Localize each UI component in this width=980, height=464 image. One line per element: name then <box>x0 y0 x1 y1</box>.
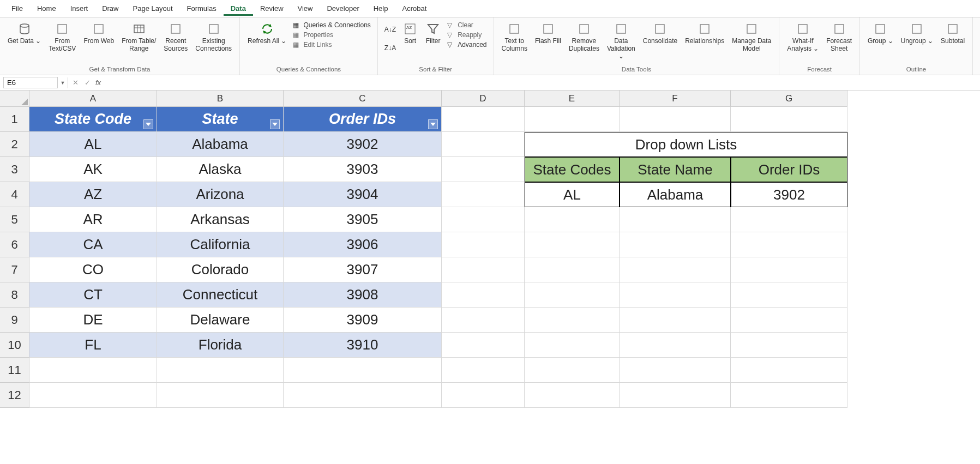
cell-D3[interactable] <box>442 157 525 182</box>
menu-file[interactable]: File <box>4 1 30 16</box>
ol-btn-2[interactable]: Subtotal <box>937 20 968 47</box>
menu-draw[interactable]: Draw <box>95 1 125 16</box>
cancel-formula-button[interactable]: ✕ <box>69 79 81 87</box>
row-header-8[interactable]: 8 <box>0 282 29 308</box>
dt-btn-6[interactable]: Manage DataModel <box>729 20 774 55</box>
cell-A1[interactable]: State Code <box>29 107 157 132</box>
cell-C3[interactable]: 3903 <box>284 157 442 182</box>
cell-E4[interactable]: AL <box>525 182 620 207</box>
row-header-2[interactable]: 2 <box>0 132 29 157</box>
cell-D11[interactable] <box>442 358 525 383</box>
menu-acrobat[interactable]: Acrobat <box>395 1 434 16</box>
cell-A11[interactable] <box>29 358 157 383</box>
cell-F3[interactable]: State Name <box>620 157 731 182</box>
cell-E3[interactable]: State Codes <box>525 157 620 182</box>
cell-F7[interactable] <box>620 257 731 282</box>
row-header-12[interactable]: 12 <box>0 383 29 408</box>
cell-D7[interactable] <box>442 257 525 282</box>
cell-C10[interactable]: 3910 <box>284 333 442 358</box>
row-header-1[interactable]: 1 <box>0 107 29 132</box>
cell-B2[interactable]: Alabama <box>157 132 284 157</box>
enter-formula-button[interactable]: ✓ <box>81 79 93 87</box>
ol-btn-0[interactable]: Group ⌄ <box>864 20 897 47</box>
cell-C1[interactable]: Order IDs <box>284 107 442 132</box>
cell-G11[interactable] <box>731 358 847 383</box>
cell-A3[interactable]: AK <box>29 157 157 182</box>
cell-G3[interactable]: Order IDs <box>731 157 847 182</box>
cell-B10[interactable]: Florida <box>157 333 284 358</box>
cell-A10[interactable]: FL <box>29 333 157 358</box>
filter-dropdown-A[interactable] <box>143 119 153 129</box>
cell-D6[interactable] <box>442 232 525 257</box>
cell-D4[interactable] <box>442 182 525 207</box>
cell-G1[interactable] <box>731 107 847 132</box>
cell-E12[interactable] <box>525 383 620 408</box>
filter-dropdown-C[interactable] <box>428 119 438 129</box>
gt-btn-2[interactable]: From Web <box>80 20 117 47</box>
menu-home[interactable]: Home <box>30 1 63 16</box>
name-box[interactable] <box>3 77 58 88</box>
cell-G9[interactable] <box>731 308 847 333</box>
cell-A2[interactable]: AL <box>29 132 157 157</box>
cell-B4[interactable]: Arizona <box>157 182 284 207</box>
dt-btn-1[interactable]: Flash Fill <box>532 20 564 47</box>
cell-F9[interactable] <box>620 308 731 333</box>
cell-F10[interactable] <box>620 333 731 358</box>
dt-btn-5[interactable]: Relationships <box>682 20 728 47</box>
menu-help[interactable]: Help <box>366 1 395 16</box>
cell-G10[interactable] <box>731 333 847 358</box>
cell-A4[interactable]: AZ <box>29 182 157 207</box>
cell-D9[interactable] <box>442 308 525 333</box>
cell-E6[interactable] <box>525 232 620 257</box>
cell-C8[interactable]: 3908 <box>284 282 442 308</box>
cell-D5[interactable] <box>442 207 525 232</box>
cell-G7[interactable] <box>731 257 847 282</box>
menu-view[interactable]: View <box>291 1 320 16</box>
spreadsheet-grid[interactable]: ABCDEFG1State CodeStateOrder IDs2ALAlaba… <box>0 91 980 408</box>
row-header-11[interactable]: 11 <box>0 358 29 383</box>
select-all-corner[interactable] <box>0 91 29 107</box>
menu-page-layout[interactable]: Page Layout <box>126 1 180 16</box>
cell-G8[interactable] <box>731 282 847 308</box>
col-header-F[interactable]: F <box>620 91 731 107</box>
col-header-G[interactable]: G <box>731 91 847 107</box>
cell-B9[interactable]: Delaware <box>157 308 284 333</box>
cell-C2[interactable]: 3902 <box>284 132 442 157</box>
gt-btn-3[interactable]: From Table/Range <box>118 20 159 55</box>
cell-E11[interactable] <box>525 358 620 383</box>
cell-G12[interactable] <box>731 383 847 408</box>
cell-C9[interactable]: 3909 <box>284 308 442 333</box>
sort-button[interactable]: AZ Sort <box>399 20 421 47</box>
cell-G6[interactable] <box>731 232 847 257</box>
refresh-all-button[interactable]: Refresh All ⌄ <box>244 20 290 47</box>
cell-B7[interactable]: Colorado <box>157 257 284 282</box>
menu-review[interactable]: Review <box>253 1 291 16</box>
cell-E5[interactable] <box>525 207 620 232</box>
row-header-4[interactable]: 4 <box>0 182 29 207</box>
cell-C5[interactable]: 3905 <box>284 207 442 232</box>
cell-B1[interactable]: State <box>157 107 284 132</box>
menu-developer[interactable]: Developer <box>320 1 366 16</box>
name-box-dropdown[interactable]: ▼ <box>59 80 67 86</box>
cell-B8[interactable]: Connecticut <box>157 282 284 308</box>
dt-btn-3[interactable]: DataValidation⌄ <box>604 20 639 62</box>
cell-G4[interactable]: 3902 <box>731 182 847 207</box>
cell-E2[interactable]: Drop down Lists <box>525 132 847 157</box>
cell-C12[interactable] <box>284 383 442 408</box>
fc-btn-1[interactable]: ForecastSheet <box>823 20 855 55</box>
row-header-7[interactable]: 7 <box>0 257 29 282</box>
cell-A5[interactable]: AR <box>29 207 157 232</box>
cell-F12[interactable] <box>620 383 731 408</box>
cell-E1[interactable] <box>525 107 620 132</box>
row-header-5[interactable]: 5 <box>0 207 29 232</box>
cell-B12[interactable] <box>157 383 284 408</box>
fx-icon[interactable]: fx <box>93 79 103 87</box>
queries-small-0[interactable]: ▦Queries & Connections <box>291 21 372 29</box>
dt-btn-0[interactable]: Text toColumns <box>498 20 531 55</box>
row-header-6[interactable]: 6 <box>0 232 29 257</box>
cell-C11[interactable] <box>284 358 442 383</box>
cell-F4[interactable]: Alabama <box>620 182 731 207</box>
cell-F1[interactable] <box>620 107 731 132</box>
row-header-9[interactable]: 9 <box>0 308 29 333</box>
col-header-C[interactable]: C <box>284 91 442 107</box>
